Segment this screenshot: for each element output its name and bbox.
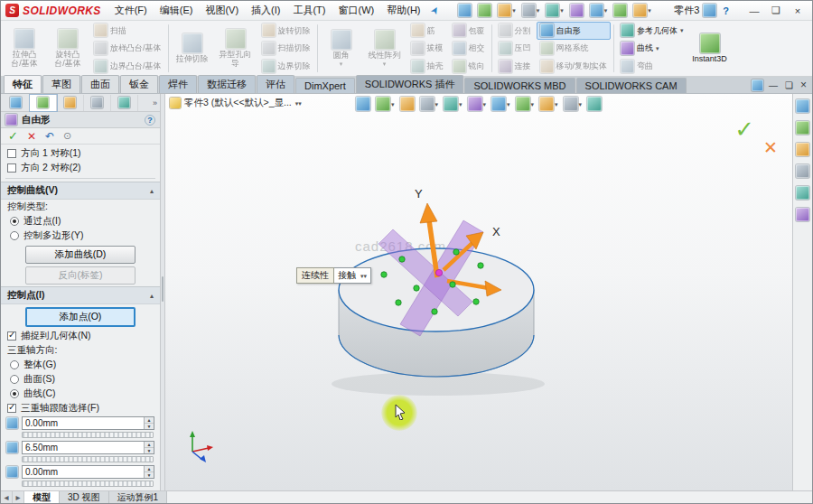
ribbon-button[interactable]: 抽壳 xyxy=(407,57,447,75)
menu-item[interactable]: 窗口(W) xyxy=(332,1,381,20)
spinner-down-icon[interactable] xyxy=(145,472,154,478)
command-tab[interactable]: SOLIDWORKS MBD xyxy=(464,78,575,93)
menu-item[interactable]: 工具(T) xyxy=(286,1,332,20)
spinner-input[interactable]: 0.00mm xyxy=(22,416,154,430)
tab-scroll-left-icon[interactable] xyxy=(1,491,13,503)
command-tab[interactable]: 钣金 xyxy=(120,75,158,93)
control-polygon-radio[interactable] xyxy=(10,231,19,240)
home-icon[interactable] xyxy=(796,99,809,113)
file-explorer-icon[interactable] xyxy=(796,143,809,156)
manager-tab[interactable] xyxy=(111,95,138,111)
tab-scroll-right-icon[interactable] xyxy=(13,491,24,503)
manager-tab[interactable] xyxy=(30,95,57,111)
ribbon-button[interactable]: 连接 xyxy=(495,57,535,75)
ribbon-button[interactable]: 曲线 xyxy=(617,40,687,58)
appearances-icon[interactable] xyxy=(796,186,809,200)
ribbon-button[interactable]: Instant3D xyxy=(689,22,731,75)
ribbon-button[interactable]: 异型孔向导 xyxy=(215,22,257,75)
ribbon-button[interactable]: 旋转切除 xyxy=(258,22,314,40)
command-tab[interactable]: 数据迁移 xyxy=(198,75,256,93)
spinner-up-icon[interactable] xyxy=(145,466,154,472)
spinner-up-icon[interactable] xyxy=(145,417,154,424)
ribbon-button[interactable] xyxy=(613,24,614,72)
ribbon-button[interactable]: 筋 xyxy=(407,22,447,40)
minimize-button[interactable]: — xyxy=(744,3,764,18)
toolbar-button[interactable] xyxy=(632,3,652,18)
help-button[interactable]: ? xyxy=(720,5,732,16)
ribbon-button[interactable]: 线性阵列 xyxy=(364,22,406,75)
toolbar-button[interactable] xyxy=(457,3,472,18)
ribbon-button[interactable]: 镜向 xyxy=(449,57,489,75)
graphics-area[interactable]: 零件3 (默认<<默认>_显... xyxy=(165,94,792,490)
ribbon-button[interactable]: 移动/复制实体 xyxy=(537,57,612,75)
confirm-cancel-icon[interactable] xyxy=(763,137,778,158)
spinner-ruler[interactable] xyxy=(22,481,154,487)
restore-document-icon[interactable] xyxy=(783,80,795,90)
close-button[interactable]: × xyxy=(788,3,808,18)
add-curve-button[interactable]: 添加曲线(D) xyxy=(25,246,136,264)
spinner-arrows[interactable] xyxy=(144,417,154,429)
manager-tab[interactable] xyxy=(84,95,111,111)
command-tab[interactable]: 草图 xyxy=(42,75,80,93)
section-control-curves[interactable]: 控制曲线(V) xyxy=(1,182,160,200)
spinner-arrows[interactable] xyxy=(144,442,154,453)
close-document-icon[interactable] xyxy=(799,79,808,91)
ribbon-button[interactable]: 弯曲 xyxy=(617,57,687,75)
model-tab[interactable]: 3D 视图 xyxy=(60,491,109,503)
view-toolbar-button[interactable] xyxy=(444,97,463,111)
view-toolbar-button[interactable] xyxy=(467,97,486,111)
ribbon-button[interactable] xyxy=(491,24,492,72)
ribbon-button[interactable]: 网格系统 xyxy=(537,40,612,58)
ribbon-button[interactable]: 放样凸台/基体 xyxy=(90,40,165,58)
undo-button[interactable] xyxy=(45,130,54,143)
ribbon-button[interactable]: 圆角 xyxy=(321,22,362,75)
collapse-section-icon[interactable] xyxy=(150,292,154,300)
restore-button[interactable]: ❏ xyxy=(766,3,786,18)
ribbon-button[interactable]: 扫描切除 xyxy=(258,40,314,58)
ribbon-button[interactable]: 自由形 xyxy=(537,22,612,40)
toolbar-button[interactable] xyxy=(497,3,517,18)
menu-item[interactable]: 帮助(H) xyxy=(380,1,426,20)
ribbon-button[interactable]: 旋转凸台/基体 xyxy=(47,22,89,75)
surface-radio[interactable] xyxy=(10,375,19,384)
ribbon-button[interactable] xyxy=(168,24,169,72)
manager-tab[interactable] xyxy=(3,95,30,111)
menu-item[interactable]: 编辑(E) xyxy=(154,1,200,20)
view-toolbar-button[interactable] xyxy=(516,97,535,111)
ribbon-button[interactable]: 包覆 xyxy=(449,22,489,40)
document-switcher[interactable]: 零件3 ? xyxy=(674,4,732,17)
ribbon-button[interactable]: 边界切除 xyxy=(258,57,314,75)
search-icon[interactable] xyxy=(703,4,716,17)
triad-follow-checkbox[interactable] xyxy=(7,404,16,413)
ok-button[interactable] xyxy=(8,129,18,143)
cancel-button[interactable] xyxy=(27,130,36,143)
manager-tab[interactable] xyxy=(57,95,84,111)
toolbar-button[interactable] xyxy=(612,3,628,18)
ribbon-button[interactable]: 拉伸凸台/基体 xyxy=(4,22,45,75)
help-icon[interactable] xyxy=(145,115,155,126)
toolbar-button[interactable] xyxy=(545,3,565,18)
spinner-ruler[interactable] xyxy=(22,456,154,462)
view-toolbar-button[interactable] xyxy=(539,97,558,111)
ribbon-button[interactable]: 分割 xyxy=(495,22,535,40)
model-tab[interactable]: 运动算例1 xyxy=(109,491,168,503)
custom-properties-icon[interactable] xyxy=(796,208,809,221)
command-tab[interactable]: 评估 xyxy=(257,75,294,93)
spinner-ruler[interactable] xyxy=(22,432,154,438)
collapse-section-icon[interactable] xyxy=(150,187,154,195)
symmetry-2-checkbox[interactable] xyxy=(7,163,16,173)
spinner-down-icon[interactable] xyxy=(145,448,154,453)
toolbar-button[interactable] xyxy=(589,3,609,18)
through-points-radio[interactable] xyxy=(10,217,19,226)
confirm-ok-icon[interactable] xyxy=(734,116,754,144)
view-toolbar-button[interactable] xyxy=(376,97,395,111)
ribbon-button[interactable]: 参考几何体 xyxy=(617,22,687,40)
toolbar-button[interactable] xyxy=(521,3,541,18)
command-tab[interactable]: 焊件 xyxy=(159,75,197,93)
command-tab[interactable]: SOLIDWORKS CAM xyxy=(576,78,687,93)
ribbon-button[interactable]: 拔模 xyxy=(407,40,447,58)
spinner-input[interactable]: 0.00mm xyxy=(22,465,154,479)
toolbar-button[interactable] xyxy=(569,3,584,18)
ribbon-button[interactable]: 边界凸台/基体 xyxy=(90,57,165,75)
view-toolbar-button[interactable] xyxy=(419,97,438,111)
